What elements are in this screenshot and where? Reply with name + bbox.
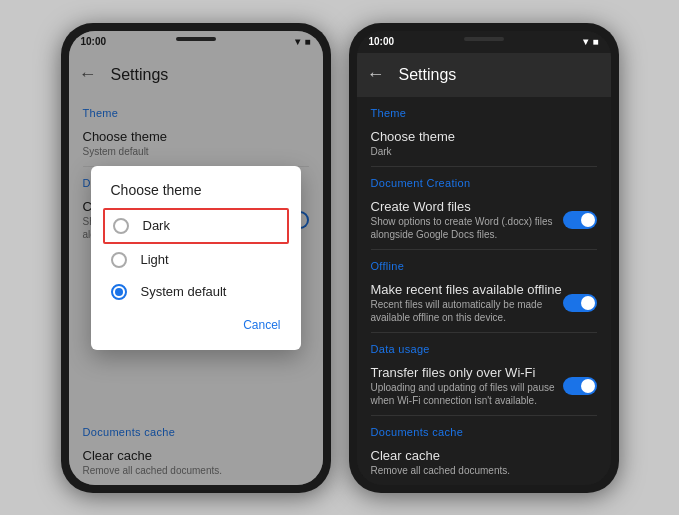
radio-circle-dark [113,218,129,234]
status-bar-dark: 10:00 ▾ ■ [357,31,611,53]
status-time-dark: 10:00 [369,36,395,47]
status-icons-dark: ▾ ■ [583,36,598,47]
phone-light-inner: 10:00 ▾ ■ ← Settings Theme Choose theme [69,31,323,485]
wifi-icon-dark: ▾ [583,36,588,47]
dialog-title: Choose theme [91,182,301,208]
speaker-right [464,37,504,41]
toggle-wifi-dark[interactable] [563,377,597,395]
section-header-theme-dark: Theme [357,97,611,121]
toolbar-dark: ← Settings [357,53,611,97]
section-header-docs-dark: Document Creation [357,167,611,191]
section-header-offline-dark: Offline [357,250,611,274]
dialog-actions: Cancel [91,308,301,342]
toolbar-title-dark: Settings [399,66,457,84]
phone-dark: 10:00 ▾ ■ ← Settings Theme Choose theme [349,23,619,493]
signal-icon-dark: ■ [592,36,598,47]
section-header-cache-dark: Documents cache [357,416,611,440]
phones-container: 10:00 ▾ ■ ← Settings Theme Choose theme [61,23,619,493]
setting-offline-dark: Make recent files available offline Rece… [357,274,611,332]
phone-light-screen: 10:00 ▾ ■ ← Settings Theme Choose theme [69,31,323,485]
section-header-data-dark: Data usage [357,333,611,357]
radio-option-light[interactable]: Light [91,244,301,276]
setting-theme-dark[interactable]: Choose theme Dark [357,121,611,166]
phone-dark-inner: 10:00 ▾ ■ ← Settings Theme Choose theme [357,31,611,485]
radio-circle-light [111,252,127,268]
radio-option-dark[interactable]: Dark [103,208,289,244]
back-button-dark[interactable]: ← [367,64,385,85]
setting-word-files-dark: Create Word files Show options to create… [357,191,611,249]
radio-circle-system [111,284,127,300]
dialog-overlay: Choose theme Dark Light [69,31,323,485]
settings-content-dark: Theme Choose theme Dark Document Creatio… [357,97,611,485]
phone-light: 10:00 ▾ ■ ← Settings Theme Choose theme [61,23,331,493]
setting-wifi-dark: Transfer files only over Wi-Fi Uploading… [357,357,611,415]
radio-label-light: Light [141,252,169,267]
cancel-button[interactable]: Cancel [235,312,288,338]
toggle-offline-dark[interactable] [563,294,597,312]
radio-label-dark: Dark [143,218,170,233]
phone-dark-screen: 10:00 ▾ ■ ← Settings Theme Choose theme [357,31,611,485]
setting-clear-cache-dark[interactable]: Clear cache Remove all cached documents. [357,440,611,485]
radio-label-system: System default [141,284,227,299]
toggle-word-files-dark[interactable] [563,211,597,229]
dialog-choose-theme: Choose theme Dark Light [91,166,301,350]
radio-option-system[interactable]: System default [91,276,301,308]
